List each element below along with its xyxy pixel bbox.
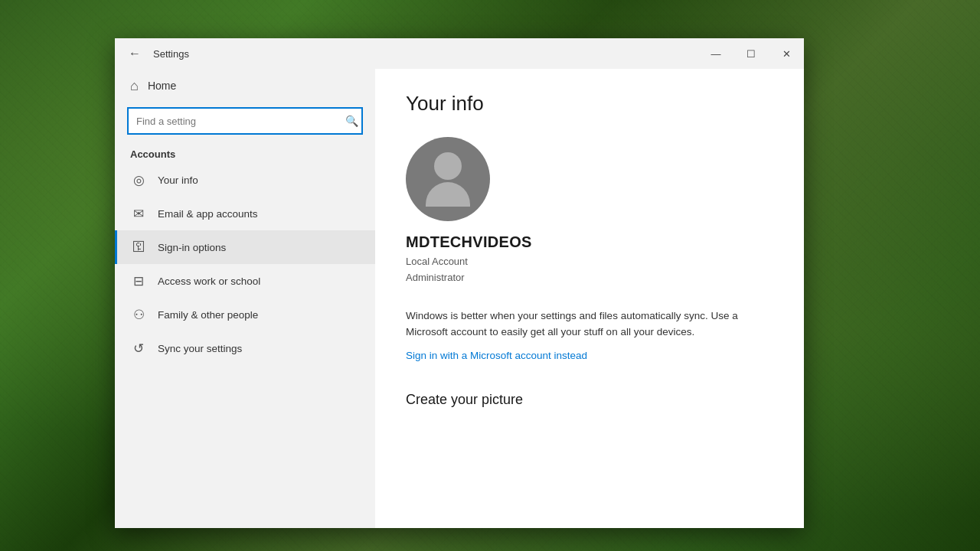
sidebar-item-label-sign-in-options: Sign-in options <box>158 242 226 253</box>
maximize-button[interactable]: ☐ <box>733 38 769 69</box>
sidebar-item-your-info[interactable]: ◎Your info <box>115 163 375 197</box>
profile-section: MDTECHVIDEOS Local Account Administrator… <box>406 137 773 361</box>
sync-settings-icon: ↺ <box>130 341 147 357</box>
sidebar-item-label-email-app-accounts: Email & app accounts <box>158 208 258 220</box>
minimize-button[interactable]: — <box>698 38 733 69</box>
search-input[interactable] <box>127 107 363 135</box>
sidebar-item-label-access-work-school: Access work or school <box>158 276 260 287</box>
title-bar-left: ← Settings <box>124 43 189 64</box>
avatar-body <box>426 182 470 207</box>
avatar <box>406 137 490 221</box>
avatar-head <box>434 152 462 180</box>
home-label: Home <box>148 80 176 92</box>
family-other-people-icon: ⚇ <box>130 307 147 323</box>
nav-items: ◎Your info✉Email & app accounts⚿Sign-in … <box>115 163 375 365</box>
sidebar-item-label-sync-settings: Sync your settings <box>158 343 242 354</box>
info-text: Windows is better when your settings and… <box>406 308 750 341</box>
account-type: Local Account Administrator <box>406 254 773 286</box>
your-info-icon: ◎ <box>130 172 147 188</box>
sidebar-item-access-work-school[interactable]: ⊟Access work or school <box>115 264 375 298</box>
ms-account-link[interactable]: Sign in with a Microsoft account instead <box>406 350 773 361</box>
username: MDTECHVIDEOS <box>406 233 773 251</box>
search-icon-button[interactable]: 🔍 <box>345 115 358 127</box>
sidebar-item-sign-in-options[interactable]: ⚿Sign-in options <box>115 230 375 264</box>
sidebar-item-family-other-people[interactable]: ⚇Family & other people <box>115 298 375 331</box>
account-type-line1: Local Account <box>406 256 468 267</box>
window-controls: — ☐ ✕ <box>698 38 804 69</box>
window-title: Settings <box>153 48 189 60</box>
sidebar-home-item[interactable]: ⌂ Home <box>115 69 375 103</box>
account-type-line2: Administrator <box>406 272 465 283</box>
sign-in-options-icon: ⚿ <box>130 240 147 255</box>
page-title: Your info <box>406 92 773 116</box>
section-accounts-label: Accounts <box>115 142 375 163</box>
settings-window: ← Settings — ☐ ✕ ⌂ Home 🔍 Accounts <box>115 38 804 528</box>
search-box: 🔍 <box>127 107 363 135</box>
avatar-person-icon <box>426 152 470 207</box>
access-work-school-icon: ⊟ <box>130 273 147 289</box>
sidebar-item-label-family-other-people: Family & other people <box>158 309 258 321</box>
close-button[interactable]: ✕ <box>769 38 804 69</box>
email-app-accounts-icon: ✉ <box>130 206 147 222</box>
content-area: Your info MDTECHVIDEOS Local Account Adm… <box>375 69 804 528</box>
create-picture-title: Create your picture <box>406 392 773 408</box>
sidebar: ⌂ Home 🔍 Accounts ◎Your info✉Email & app… <box>115 69 375 528</box>
title-bar: ← Settings — ☐ ✕ <box>115 38 804 69</box>
sidebar-item-email-app-accounts[interactable]: ✉Email & app accounts <box>115 197 375 230</box>
back-button[interactable]: ← <box>124 43 145 64</box>
home-icon: ⌂ <box>130 78 139 94</box>
window-body: ⌂ Home 🔍 Accounts ◎Your info✉Email & app… <box>115 69 804 528</box>
sidebar-item-sync-settings[interactable]: ↺Sync your settings <box>115 331 375 365</box>
sidebar-item-label-your-info: Your info <box>158 174 198 186</box>
